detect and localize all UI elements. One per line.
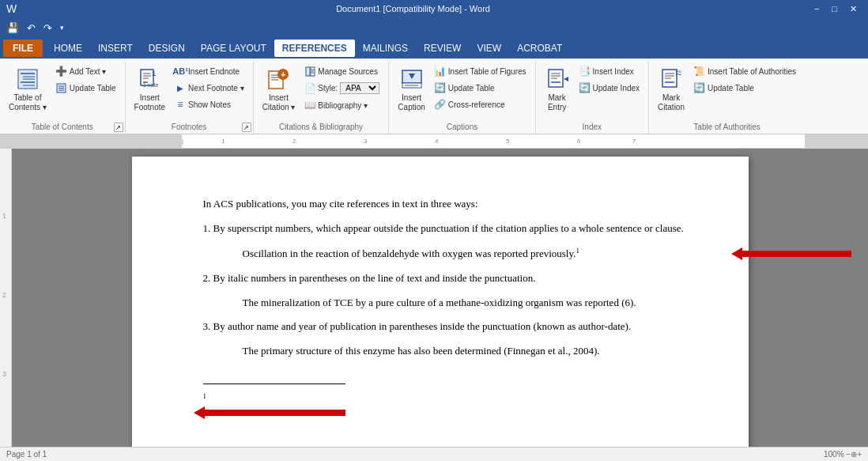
window-controls: − □ ✕ — [810, 4, 862, 14]
footnotes-group-expand[interactable]: ↗ — [242, 123, 251, 132]
menu-insert[interactable]: INSERT — [90, 40, 141, 57]
update-table-captions-label: Update Table — [448, 84, 495, 93]
table-figures-icon: 📊 — [435, 66, 446, 77]
table-authorities-label: Insert Table of Authorities — [708, 67, 796, 76]
minimize-button[interactable]: − — [810, 4, 824, 14]
insert-table-figures-button[interactable]: 📊 Insert Table of Figures — [431, 63, 530, 79]
bibliography-icon: 📖 — [304, 100, 315, 111]
show-notes-label: Show Notes — [188, 100, 231, 109]
margin-number-1: 1 — [2, 212, 6, 220]
update-table-captions-button[interactable]: 🔄 Update Table — [431, 80, 530, 96]
menu-design[interactable]: DESIGN — [141, 40, 193, 57]
mark-citation-label: MarkCitation — [658, 93, 685, 112]
style-select[interactable]: APA MLA Chicago — [340, 82, 379, 94]
mark-entry-label: MarkEntry — [548, 93, 566, 112]
quick-access-toolbar: 💾 ↶ ↷ ▾ — [0, 17, 868, 38]
undo-button[interactable]: ↶ — [24, 21, 39, 36]
update-table-authorities-button[interactable]: 🔄 Update Table — [690, 80, 800, 96]
index-group-label: Index — [541, 120, 644, 134]
captions-small-buttons: 📊 Insert Table of Figures 🔄 Update Table… — [431, 63, 530, 112]
red-arrow-bottom — [203, 410, 345, 416]
ribbon-group-authorities: ⚖ MarkCitation 📜 Insert Table of Authori… — [649, 62, 805, 134]
mark-citation-icon: ⚖ — [659, 66, 684, 92]
insert-citation-button[interactable]: + InsertCitation ▾ — [259, 63, 300, 117]
manage-sources-button[interactable]: Manage Sources — [300, 63, 383, 79]
para-1: 1. By superscript numbers, which appear … — [203, 221, 693, 237]
menu-page-layout[interactable]: PAGE LAYOUT — [193, 40, 274, 57]
customize-qa-button[interactable]: ▾ — [57, 22, 67, 33]
manage-sources-label: Manage Sources — [318, 67, 378, 76]
update-table-toc-label: Update Table — [70, 84, 116, 93]
insert-footnote-label: InsertFootnote — [134, 93, 165, 112]
ribbon: Table ofContents ▾ ➕ Add Text ▾ — [0, 59, 868, 134]
add-text-button[interactable]: ➕ Add Text ▾ — [52, 63, 120, 79]
insert-caption-button[interactable]: InsertCaption — [394, 63, 428, 117]
window-title: Document1 [Compatibility Mode] - Word — [336, 4, 490, 13]
para-intro: In ACS publications, you may cite refere… — [203, 196, 693, 213]
update-table-authorities-icon: 🔄 — [694, 82, 705, 93]
insert-caption-label: InsertCaption — [398, 93, 425, 112]
footnote-area: 1 — [203, 384, 693, 404]
close-button[interactable]: ✕ — [845, 4, 862, 14]
next-footnote-icon: ▶ — [175, 82, 186, 93]
insert-endnote-label: Insert Endnote — [188, 67, 240, 76]
next-footnote-button[interactable]: ▶ Next Footnote ▾ — [171, 80, 248, 96]
add-text-label: Add Text ▾ — [70, 67, 107, 76]
caption-icon — [399, 66, 425, 92]
ruler: | 1 2 3 4 5 6 7 — [0, 134, 868, 149]
update-table-toc-button[interactable]: Update Table — [52, 80, 120, 96]
menu-bar: FILE HOME INSERT DESIGN PAGE LAYOUT REFE… — [0, 38, 868, 59]
maximize-button[interactable]: □ — [827, 4, 842, 14]
insert-footnote-button[interactable]: 1 1 note InsertFootnote — [130, 63, 169, 117]
show-notes-icon: ≡ — [175, 99, 186, 110]
citation-icon: + — [266, 66, 291, 92]
show-notes-button[interactable]: ≡ Show Notes — [171, 96, 248, 112]
ribbon-group-captions: InsertCaption 📊 Insert Table of Figures … — [389, 62, 535, 134]
update-index-label: Update Index — [593, 84, 640, 93]
zoom-controls[interactable]: 100% −⊕+ — [824, 450, 862, 459]
cross-reference-button[interactable]: 🔗 Cross-reference — [431, 96, 530, 112]
ribbon-group-index: MarkEntry 📑 Insert Index 🔄 Update Index … — [536, 62, 650, 134]
update-index-button[interactable]: 🔄 Update Index — [576, 80, 644, 96]
redo-button[interactable]: ↷ — [40, 21, 55, 36]
insert-endnote-button[interactable]: AB¹ Insert Endnote — [171, 63, 248, 79]
menu-file[interactable]: FILE — [3, 40, 43, 57]
menu-home[interactable]: HOME — [46, 40, 90, 57]
mark-citation-button[interactable]: ⚖ MarkCitation — [654, 63, 689, 117]
insert-table-authorities-button[interactable]: 📜 Insert Table of Authorities — [690, 63, 800, 79]
authorities-small-buttons: 📜 Insert Table of Authorities 🔄 Update T… — [690, 63, 800, 96]
svg-marker-36 — [564, 77, 568, 81]
save-button[interactable]: 💾 — [3, 21, 22, 36]
style-button[interactable]: 📄 Style: APA MLA Chicago — [300, 80, 383, 96]
footnote-icon: 1 1 note — [137, 66, 162, 92]
insert-index-button[interactable]: 📑 Insert Index — [576, 63, 644, 79]
para-tce: The mineralization of TCE by a pure cult… — [243, 295, 693, 312]
toc-group-expand[interactable]: ↗ — [114, 123, 123, 132]
captions-group-label: Captions — [394, 120, 530, 134]
margin-numbers: 1 2 3 — [0, 149, 12, 447]
para-superscript-example: Oscillation in the reaction of benzaldeh… — [243, 245, 693, 263]
footnote-number: 1 — [203, 392, 207, 400]
endnote-icon: AB¹ — [175, 66, 186, 77]
menu-references[interactable]: REFERENCES — [274, 40, 355, 57]
menu-acrobat[interactable]: ACROBAT — [509, 40, 570, 57]
citations-group-label: Citations & Bibliography — [259, 120, 384, 134]
menu-view[interactable]: VIEW — [469, 40, 509, 57]
status-bar: Page 1 of 1 100% −⊕+ — [0, 447, 868, 461]
table-of-contents-button[interactable]: Table ofContents ▾ — [5, 63, 51, 117]
para-finnegan: The primary structure of this enzyme has… — [243, 343, 693, 360]
table-figures-label: Insert Table of Figures — [448, 67, 526, 76]
menu-mailings[interactable]: MAILINGS — [355, 40, 416, 57]
menu-review[interactable]: REVIEW — [416, 40, 469, 57]
bibliography-label: Bibliography ▾ — [318, 101, 368, 110]
mark-entry-button[interactable]: MarkEntry — [541, 63, 574, 117]
title-bar: W Document1 [Compatibility Mode] - Word … — [0, 0, 868, 17]
footnotes-group-label: Footnotes — [130, 120, 248, 134]
toc-small-buttons: ➕ Add Text ▾ Update Table — [52, 63, 120, 96]
svg-text:1: 1 — [152, 70, 156, 77]
ribbon-group-footnotes: 1 1 note InsertFootnote AB¹ Insert Endno… — [126, 62, 254, 134]
table-authorities-icon: 📜 — [694, 66, 705, 77]
style-label: Style: — [318, 84, 338, 93]
bibliography-button[interactable]: 📖 Bibliography ▾ — [300, 97, 383, 113]
style-icon: 📄 — [304, 83, 315, 94]
